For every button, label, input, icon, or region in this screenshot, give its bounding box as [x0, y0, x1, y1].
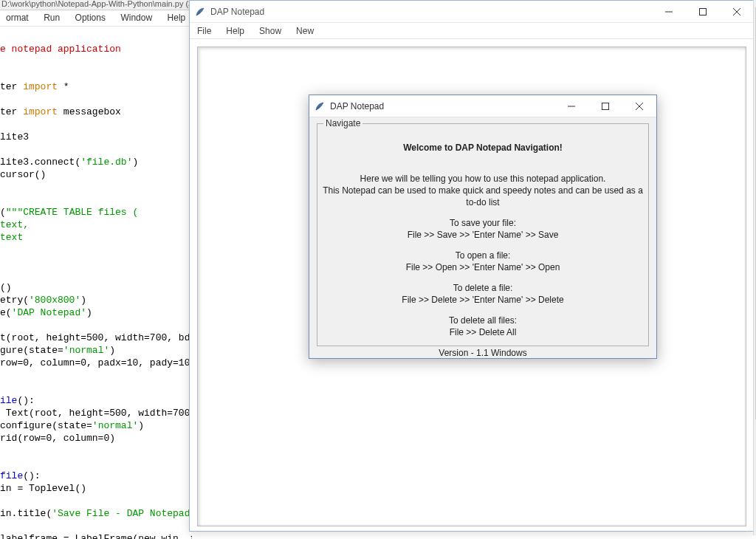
dap-main-menubar: File Help Show New [190, 23, 754, 39]
feather-icon [314, 100, 326, 112]
idle-menu-window[interactable]: Window [114, 10, 158, 25]
idle-menu-run[interactable]: Run [38, 10, 66, 25]
maximize-button[interactable] [686, 1, 720, 22]
idle-menu-help[interactable]: Help [162, 10, 192, 25]
idle-menu-format[interactable]: ormat [0, 10, 35, 25]
navigate-deleteall-heading: To delete all files: [317, 315, 648, 326]
svg-rect-2 [700, 8, 707, 15]
dialog-close-button[interactable] [622, 95, 656, 117]
close-button[interactable] [720, 1, 754, 22]
vertical-scrollbar[interactable] [753, 0, 756, 535]
svg-rect-7 [602, 103, 609, 109]
navigate-frame: Navigate Welcome to DAP Notepad Navigati… [317, 123, 649, 346]
dialog-titlebar[interactable]: DAP Notepad [309, 95, 656, 117]
menu-file[interactable]: File [190, 26, 219, 36]
dap-main-title: DAP Notepad [210, 7, 652, 17]
menu-help[interactable]: Help [219, 26, 252, 36]
navigate-legend: Navigate [323, 118, 362, 128]
dap-main-titlebar[interactable]: DAP Notepad [190, 1, 754, 23]
navigate-save-line: File >> Save >> 'Enter Name' >> Save [317, 229, 648, 241]
dialog-title: DAP Notepad [330, 101, 554, 111]
navigate-deleteall-line: File >> Delete All [317, 326, 648, 338]
menu-new[interactable]: New [289, 26, 321, 36]
navigate-save-heading: To save your file: [317, 217, 648, 229]
idle-menu-options[interactable]: Options [69, 10, 111, 25]
minimize-button[interactable] [652, 1, 686, 22]
navigate-delete-line: File >> Delete >> 'Enter Name' >> Delete [317, 294, 648, 306]
navigate-open-heading: To open a file: [317, 250, 648, 261]
navigate-intro2: This Notepad can be used to make quick a… [317, 185, 648, 208]
navigate-body: Welcome to DAP Notepad Navigation! Here … [317, 142, 648, 359]
dialog-maximize-button[interactable] [588, 95, 622, 117]
menu-show[interactable]: Show [252, 26, 289, 36]
navigate-welcome: Welcome to DAP Notepad Navigation! [317, 142, 648, 154]
navigate-version: Version - 1.1 Windows [317, 347, 648, 359]
idle-code-area[interactable]: e notepad application ter import * ter i… [0, 30, 192, 539]
dialog-minimize-button[interactable] [554, 95, 588, 117]
navigate-open-line: File >> Open >> 'Enter Name' >> Open [317, 261, 648, 273]
navigate-intro1: Here we will be telling you how to use t… [317, 173, 648, 185]
dap-navigate-dialog: DAP Notepad Navigate Welcome to DAP Note… [309, 95, 657, 359]
feather-icon [194, 6, 206, 18]
navigate-delete-heading: To delete a file: [317, 282, 648, 294]
